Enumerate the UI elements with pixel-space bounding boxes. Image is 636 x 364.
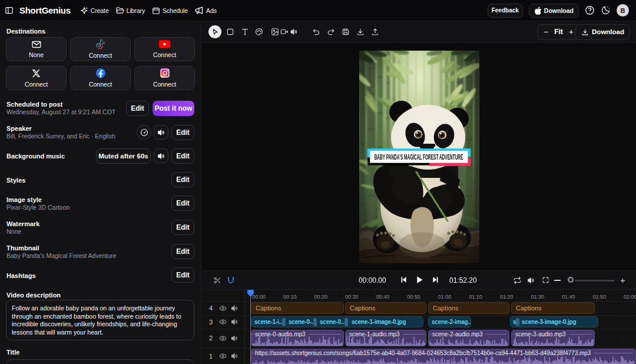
svg-text:BABY PANDA'S MAGICAL FOREST AD: BABY PANDA'S MAGICAL FOREST ADVENTURE <box>375 153 463 161</box>
